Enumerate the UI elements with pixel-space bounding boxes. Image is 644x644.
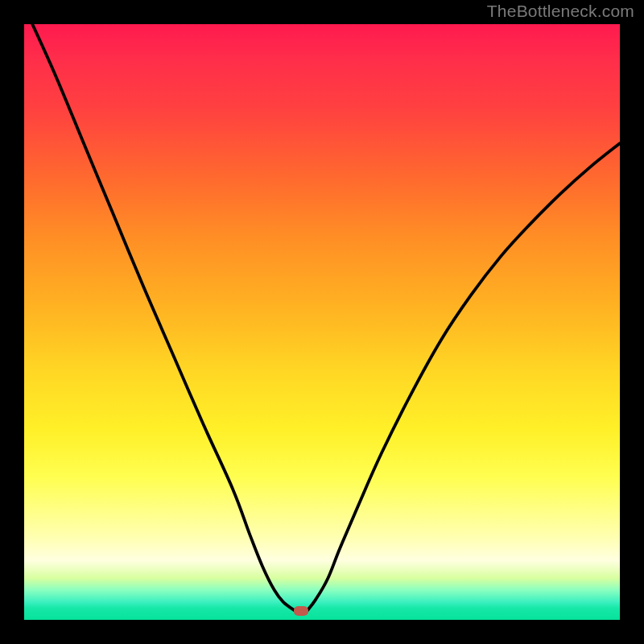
bottleneck-curve-left: [24, 24, 295, 611]
bottleneck-curve-right: [308, 143, 621, 611]
curve-layer: [24, 24, 620, 620]
watermark-label: TheBottleneck.com: [487, 2, 634, 21]
minimum-marker: [294, 606, 308, 616]
chart-frame: TheBottleneck.com: [0, 0, 644, 644]
plot-area: [24, 24, 620, 620]
